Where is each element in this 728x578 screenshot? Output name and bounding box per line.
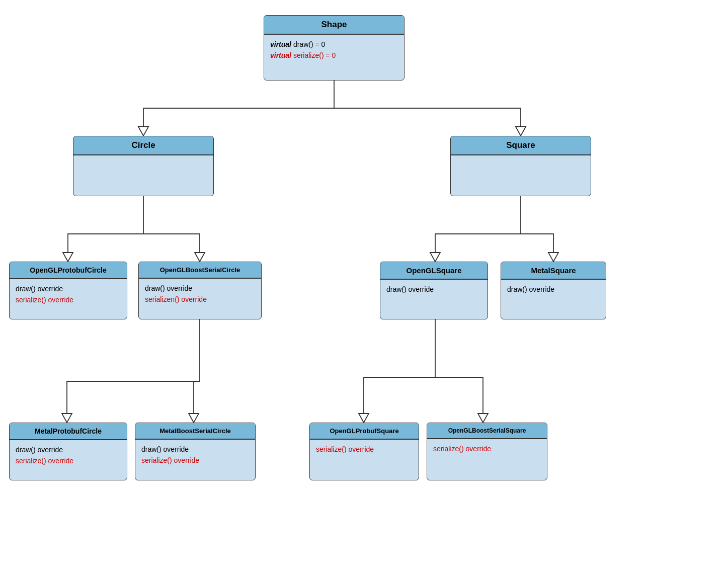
opengl-probuf-square-header: OpenGLProbufSquare bbox=[310, 423, 419, 439]
opengl-boost-serial-square-class: OpenGLBoostSerialSquare serialize() over… bbox=[427, 423, 547, 480]
opengl-boost-serial-square-header: OpenGLBoostSerialSquare bbox=[427, 423, 547, 439]
opengl-boost-serial-circle-serialize: serializen() override bbox=[145, 294, 255, 305]
opengl-protobuf-circle-serialize: serialize() override bbox=[16, 294, 121, 305]
metal-boost-serial-circle-methods: draw() override serialize() override bbox=[135, 439, 255, 470]
metal-boost-serial-circle-header: MetalBoostSerialCircle bbox=[135, 423, 255, 439]
metal-protobuf-circle-serialize: serialize() override bbox=[16, 455, 121, 466]
shape-class-methods: virtual draw() = 0 virtual serialize() =… bbox=[264, 34, 404, 65]
opengl-boost-serial-circle-methods: draw() override serializen() override bbox=[139, 278, 261, 309]
opengl-boost-serial-square-methods: serialize() override bbox=[427, 439, 547, 458]
opengl-protobuf-circle-header: OpenGLProtobufCircle bbox=[10, 262, 127, 279]
shape-class-header: Shape bbox=[264, 16, 404, 34]
opengl-probuf-square-class: OpenGLProbufSquare serialize() override bbox=[309, 423, 419, 480]
shape-draw-method: virtual draw() = 0 bbox=[270, 39, 398, 50]
metal-protobuf-circle-methods: draw() override serialize() override bbox=[10, 440, 127, 471]
svg-marker-9 bbox=[478, 414, 488, 423]
opengl-probuf-square-methods: serialize() override bbox=[310, 439, 419, 459]
metal-boost-serial-circle-draw: draw() override bbox=[141, 444, 249, 455]
opengl-boost-serial-circle-draw: draw() override bbox=[145, 283, 255, 294]
metal-boost-serial-circle-serialize: serialize() override bbox=[141, 455, 249, 466]
circle-class-body bbox=[73, 155, 213, 190]
metal-protobuf-circle-class: MetalProtobufCircle draw() override seri… bbox=[9, 423, 127, 480]
uml-diagram: Shape virtual draw() = 0 virtual seriali… bbox=[0, 0, 728, 578]
square-class-body bbox=[451, 155, 591, 190]
svg-marker-8 bbox=[359, 414, 369, 423]
opengl-square-draw: draw() override bbox=[386, 284, 481, 295]
square-class-header: Square bbox=[451, 136, 591, 155]
svg-marker-0 bbox=[138, 127, 148, 136]
metal-square-methods: draw() override bbox=[501, 279, 606, 299]
square-class: Square bbox=[450, 136, 591, 196]
svg-marker-4 bbox=[430, 253, 440, 262]
metal-protobuf-circle-draw: draw() override bbox=[16, 444, 121, 455]
metal-square-header: MetalSquare bbox=[501, 262, 606, 279]
opengl-probuf-square-serialize: serialize() override bbox=[316, 444, 413, 455]
opengl-boost-serial-circle-header: OpenGLBoostSerialCircle bbox=[139, 262, 261, 278]
metal-square-draw: draw() override bbox=[507, 284, 600, 295]
opengl-boost-serial-square-serialize: serialize() override bbox=[433, 443, 541, 454]
opengl-square-methods: draw() override bbox=[380, 279, 488, 299]
shape-serialize-method: virtual serialize() = 0 bbox=[270, 50, 398, 61]
metal-boost-serial-circle-class: MetalBoostSerialCircle draw() override s… bbox=[135, 423, 256, 480]
shape-class: Shape virtual draw() = 0 virtual seriali… bbox=[264, 15, 405, 80]
svg-marker-1 bbox=[516, 127, 526, 136]
metal-square-class: MetalSquare draw() override bbox=[501, 262, 606, 319]
opengl-protobuf-circle-class: OpenGLProtobufCircle draw() override ser… bbox=[9, 262, 127, 319]
metal-protobuf-circle-header: MetalProtobufCircle bbox=[10, 423, 127, 440]
opengl-square-header: OpenGLSquare bbox=[380, 262, 488, 279]
circle-class: Circle bbox=[73, 136, 214, 196]
circle-class-header: Circle bbox=[73, 136, 213, 155]
svg-marker-6 bbox=[62, 414, 72, 423]
svg-marker-7 bbox=[189, 414, 199, 423]
opengl-protobuf-circle-methods: draw() override serialize() override bbox=[10, 279, 127, 310]
opengl-boost-serial-circle-class: OpenGLBoostSerialCircle draw() override … bbox=[138, 262, 262, 319]
svg-marker-2 bbox=[63, 253, 73, 262]
opengl-square-class: OpenGLSquare draw() override bbox=[380, 262, 488, 319]
opengl-protobuf-circle-draw: draw() override bbox=[16, 283, 121, 294]
svg-marker-5 bbox=[548, 253, 558, 262]
svg-marker-3 bbox=[195, 253, 205, 262]
